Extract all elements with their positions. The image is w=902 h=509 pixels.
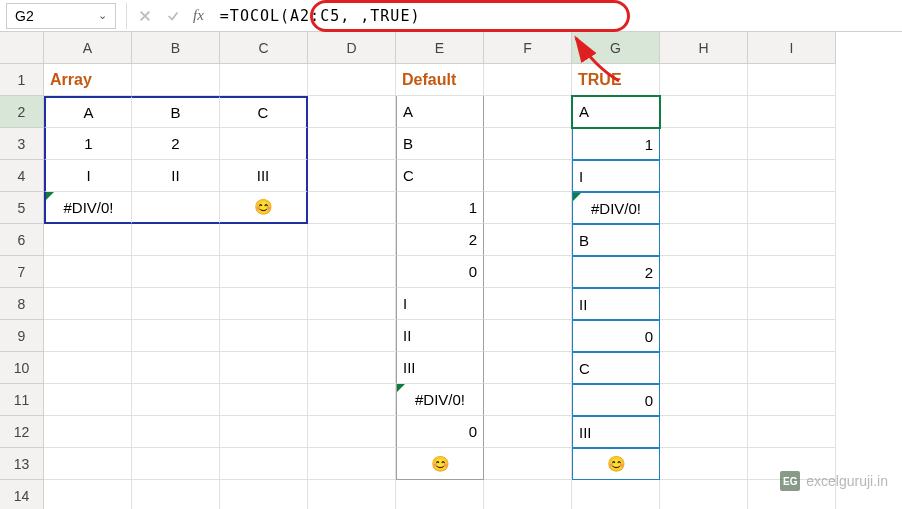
cell-C8[interactable] <box>220 288 308 320</box>
cell-F13[interactable] <box>484 448 572 480</box>
cell-C4[interactable]: III <box>220 160 308 192</box>
cell-C12[interactable] <box>220 416 308 448</box>
col-header-B[interactable]: B <box>132 32 220 64</box>
cell-E12[interactable]: 0 <box>396 416 484 448</box>
cell-A3[interactable]: 1 <box>44 128 132 160</box>
col-header-A[interactable]: A <box>44 32 132 64</box>
cell-D1[interactable] <box>308 64 396 96</box>
cell-H9[interactable] <box>660 320 748 352</box>
row-header-14[interactable]: 14 <box>0 480 44 509</box>
cell-A2[interactable]: A <box>44 96 132 128</box>
cell-B9[interactable] <box>132 320 220 352</box>
cell-E14[interactable] <box>396 480 484 509</box>
cell-E9[interactable]: II <box>396 320 484 352</box>
formula-input[interactable]: =TOCOL(A2:C5, ,TRUE) <box>210 3 902 29</box>
cell-G13[interactable]: 😊 <box>572 448 660 480</box>
cell-F11[interactable] <box>484 384 572 416</box>
cell-I11[interactable] <box>748 384 836 416</box>
row-header-9[interactable]: 9 <box>0 320 44 352</box>
cell-H2[interactable] <box>660 96 748 128</box>
col-header-F[interactable]: F <box>484 32 572 64</box>
cell-G12[interactable]: III <box>572 416 660 448</box>
cell-E3[interactable]: B <box>396 128 484 160</box>
cell-A13[interactable] <box>44 448 132 480</box>
cell-B14[interactable] <box>132 480 220 509</box>
row-header-3[interactable]: 3 <box>0 128 44 160</box>
row-header-2[interactable]: 2 <box>0 96 44 128</box>
cell-E2[interactable]: A <box>396 96 484 128</box>
cell-F9[interactable] <box>484 320 572 352</box>
cell-H12[interactable] <box>660 416 748 448</box>
cell-C7[interactable] <box>220 256 308 288</box>
cell-D14[interactable] <box>308 480 396 509</box>
cell-E11[interactable]: #DIV/0! <box>396 384 484 416</box>
cell-C13[interactable] <box>220 448 308 480</box>
cell-A8[interactable] <box>44 288 132 320</box>
col-header-I[interactable]: I <box>748 32 836 64</box>
cell-G7[interactable]: 2 <box>572 256 660 288</box>
cell-H8[interactable] <box>660 288 748 320</box>
cell-G11[interactable]: 0 <box>572 384 660 416</box>
spreadsheet-grid[interactable]: A B C D E F G H I 1 Array Default TRUE 2… <box>0 32 902 509</box>
cell-D12[interactable] <box>308 416 396 448</box>
fx-icon[interactable]: fx <box>193 7 204 24</box>
cell-C3[interactable] <box>220 128 308 160</box>
cell-C14[interactable] <box>220 480 308 509</box>
col-header-G[interactable]: G <box>572 32 660 64</box>
cell-F8[interactable] <box>484 288 572 320</box>
cell-A5[interactable]: #DIV/0! <box>44 192 132 224</box>
cell-C1[interactable] <box>220 64 308 96</box>
cell-I2[interactable] <box>748 96 836 128</box>
cell-D6[interactable] <box>308 224 396 256</box>
cell-F14[interactable] <box>484 480 572 509</box>
cell-B8[interactable] <box>132 288 220 320</box>
cell-G8[interactable]: II <box>572 288 660 320</box>
cell-H13[interactable] <box>660 448 748 480</box>
cell-D5[interactable] <box>308 192 396 224</box>
cell-D8[interactable] <box>308 288 396 320</box>
col-header-C[interactable]: C <box>220 32 308 64</box>
confirm-formula-button[interactable] <box>159 3 187 29</box>
cancel-formula-button[interactable] <box>131 3 159 29</box>
cell-E5[interactable]: 1 <box>396 192 484 224</box>
cell-D9[interactable] <box>308 320 396 352</box>
cell-G6[interactable]: B <box>572 224 660 256</box>
cell-H11[interactable] <box>660 384 748 416</box>
cell-H10[interactable] <box>660 352 748 384</box>
cell-B3[interactable]: 2 <box>132 128 220 160</box>
select-all-corner[interactable] <box>0 32 44 64</box>
row-header-10[interactable]: 10 <box>0 352 44 384</box>
name-box[interactable]: G2 ⌄ <box>6 3 116 29</box>
cell-I12[interactable] <box>748 416 836 448</box>
cell-D2[interactable] <box>308 96 396 128</box>
cell-H4[interactable] <box>660 160 748 192</box>
cell-B1[interactable] <box>132 64 220 96</box>
cell-D7[interactable] <box>308 256 396 288</box>
col-header-D[interactable]: D <box>308 32 396 64</box>
cell-D4[interactable] <box>308 160 396 192</box>
cell-D11[interactable] <box>308 384 396 416</box>
col-header-H[interactable]: H <box>660 32 748 64</box>
cell-H6[interactable] <box>660 224 748 256</box>
cell-H1[interactable] <box>660 64 748 96</box>
cell-A11[interactable] <box>44 384 132 416</box>
cell-D3[interactable] <box>308 128 396 160</box>
cell-A4[interactable]: I <box>44 160 132 192</box>
cell-E7[interactable]: 0 <box>396 256 484 288</box>
cell-F3[interactable] <box>484 128 572 160</box>
cell-F12[interactable] <box>484 416 572 448</box>
cell-F1[interactable] <box>484 64 572 96</box>
cell-H14[interactable] <box>660 480 748 509</box>
cell-C6[interactable] <box>220 224 308 256</box>
cell-I7[interactable] <box>748 256 836 288</box>
cell-A1[interactable]: Array <box>44 64 132 96</box>
cell-E1[interactable]: Default <box>396 64 484 96</box>
cell-E4[interactable]: C <box>396 160 484 192</box>
cell-I6[interactable] <box>748 224 836 256</box>
cell-I3[interactable] <box>748 128 836 160</box>
cell-E10[interactable]: III <box>396 352 484 384</box>
row-header-8[interactable]: 8 <box>0 288 44 320</box>
cell-F7[interactable] <box>484 256 572 288</box>
cell-G5[interactable]: #DIV/0! <box>572 192 660 224</box>
cell-B11[interactable] <box>132 384 220 416</box>
